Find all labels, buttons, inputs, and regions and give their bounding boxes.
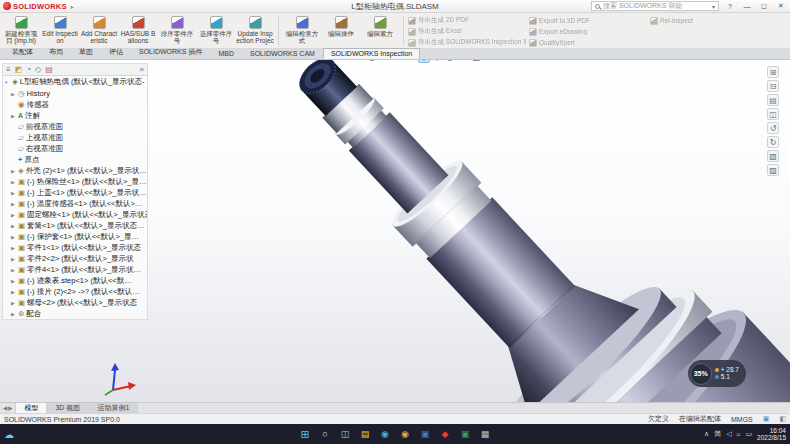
tree-item[interactable]: ▶ ▣ 零件4<1> (默认<<默认>_显示状… — [3, 264, 147, 275]
tab-scroll-buttons[interactable]: ◀ ▶ — [0, 403, 16, 413]
tree-item[interactable]: ▱ 上视基准面 — [3, 132, 147, 143]
expand-arrow-icon[interactable]: ▶ — [11, 278, 16, 284]
tree-item[interactable]: ▶ ◈ 外壳 (2)<1> (默认<<默认>_显示状… — [3, 165, 147, 176]
panel-tool-2-icon[interactable]: ⊟ — [767, 80, 779, 92]
selection-filter-icon[interactable]: ▣ — [763, 415, 770, 423]
dimxpert-tab-icon[interactable]: ◇ — [35, 66, 41, 74]
section-view-icon[interactable]: ◑ — [405, 60, 417, 63]
model-tab[interactable]: 运动算例1 — [89, 403, 138, 413]
ribbon-button[interactable]: 排序零件序号 — [158, 14, 196, 47]
edge-icon[interactable]: ◉ — [378, 427, 393, 442]
expand-arrow-icon[interactable]: ▶ — [11, 113, 16, 119]
displaymanager-tab-icon[interactable]: ▤ — [45, 66, 53, 74]
tree-item[interactable]: ▶ ▣ 固定螺栓<1> (默认<<默认>_显示状态 — [3, 209, 147, 220]
expand-tabs-icon[interactable]: » — [140, 66, 144, 74]
volume-icon[interactable]: ◁ — [726, 430, 731, 438]
expand-arrow-icon[interactable]: ▶ — [11, 223, 16, 229]
word-icon[interactable]: ▣ — [418, 427, 433, 442]
tree-item[interactable]: ▶ ▣ (-) 保护套<1> (默认<<默认>_显… — [3, 231, 147, 242]
commandmanager-tab[interactable]: MBD — [210, 48, 242, 59]
tree-item[interactable]: ▶ ▣ 套筒<1> (默认<<默认>_显示状态… — [3, 220, 147, 231]
task-view-icon[interactable]: ◫ — [338, 427, 353, 442]
battery-icon[interactable]: ▭ — [745, 430, 752, 438]
expand-arrow-icon[interactable]: ▶ — [11, 289, 16, 295]
zoom-fit-icon[interactable]: ◎ — [366, 60, 378, 63]
commandmanager-tab[interactable]: 评估 — [101, 45, 131, 59]
tree-item[interactable]: ▶ A 注解 — [3, 110, 147, 121]
ribbon-button[interactable]: 编辑操作 — [322, 14, 360, 47]
tree-item[interactable]: ▶ ▣ 零件2<2> (默认<<默认>_显示状 — [3, 253, 147, 264]
view-orientation-icon[interactable]: ◈ — [418, 60, 430, 63]
taskbar-clock[interactable]: 16:04 2022/8/15 — [757, 427, 786, 441]
network-icon[interactable]: ≈ — [737, 431, 741, 438]
tree-item[interactable]: ▶ ▣ (-) 接片 (2)<2> ->? (默认<<默认… — [3, 286, 147, 297]
browser-icon[interactable]: ◉ — [398, 427, 413, 442]
expand-arrow-icon[interactable]: ▾ — [5, 79, 10, 85]
edit-appearance-icon[interactable]: ● — [457, 60, 469, 63]
tree-item[interactable]: ▶ ▣ (-) 热保险丝<1> (默认<<默认>_显… — [3, 176, 147, 187]
panel-tool-7-icon[interactable]: ▧ — [767, 150, 779, 162]
tab-scroll-right-icon[interactable]: ▶ — [8, 405, 12, 411]
tree-item[interactable]: ▶ ⊚ 配合 — [3, 308, 147, 319]
ribbon-button[interactable]: Edit Inspection — [41, 14, 79, 47]
ribbon-button[interactable]: Add Characteristic — [80, 14, 118, 47]
expand-arrow-icon[interactable]: ▶ — [11, 300, 16, 306]
tray-overflow-chevron-icon[interactable]: ∧ — [704, 430, 709, 438]
start-icon[interactable]: ⊞ — [298, 427, 313, 442]
commandmanager-tab[interactable]: 装配体 — [4, 45, 41, 59]
search-icon[interactable]: ○ — [318, 427, 333, 442]
minimize-button[interactable]: — — [741, 3, 753, 10]
expand-arrow-icon[interactable]: ▶ — [11, 190, 16, 196]
app-gray-icon[interactable]: ▦ — [478, 427, 493, 442]
expand-arrow-icon[interactable]: ▶ — [11, 256, 16, 262]
search-dropdown-icon[interactable]: ▾ — [712, 3, 715, 10]
expand-arrow-icon[interactable]: ▶ — [11, 311, 16, 317]
input-language-indicator[interactable]: 简 — [714, 429, 721, 439]
expand-arrow-icon[interactable]: ▶ — [11, 212, 16, 218]
tree-item[interactable]: ▱ 右视基准面 — [3, 143, 147, 154]
propertymanager-tab-icon[interactable]: ◩ — [15, 66, 23, 74]
tree-item[interactable]: ▶ ▣ (-) 上盖<1> (默认<<默认>_显示状… — [3, 187, 147, 198]
ribbon-button[interactable]: Update Inspection Project — [236, 14, 274, 47]
expand-arrow-icon[interactable]: ▶ — [11, 91, 16, 97]
ribbon-button[interactable]: 新建检查项目 (imp.hl) — [2, 14, 40, 47]
model-tab[interactable]: 3D 视图 — [47, 403, 89, 413]
apply-scene-icon[interactable]: ▦ — [470, 60, 482, 63]
ribbon-button[interactable]: 编辑紧方 — [361, 14, 399, 47]
panel-tool-8-icon[interactable]: ▨ — [767, 164, 779, 176]
tree-item[interactable]: ▶ ▣ 螺母<2> (默认<<默认>_显示状态 — [3, 297, 147, 308]
excel-icon[interactable]: ▣ — [458, 427, 473, 442]
expand-arrow-icon[interactable]: ▶ — [11, 168, 16, 174]
file-explorer-icon[interactable]: ▤ — [358, 427, 373, 442]
menu-expand-arrow-icon[interactable]: ▸ — [71, 3, 74, 10]
tree-item[interactable]: ▶ ◷ History — [3, 88, 147, 99]
configurationmanager-tab-icon[interactable]: ◔ — [26, 66, 31, 74]
commandmanager-tab[interactable]: SOLIDWORKS Inspection — [323, 48, 420, 59]
expand-arrow-icon[interactable]: ▶ — [11, 201, 16, 207]
expand-arrow-icon[interactable]: ▶ — [11, 267, 16, 273]
panel-tool-1-icon[interactable]: ⊞ — [767, 66, 779, 78]
featuremanager-tab-icon[interactable]: ≡ — [6, 66, 11, 74]
help-search-input[interactable]: 搜索 SOLIDWORKS 帮助 ▾ — [591, 1, 719, 11]
view-settings-icon[interactable]: ▾ — [483, 60, 495, 63]
solidworks-icon[interactable]: ◆ — [438, 427, 453, 442]
zoom-area-icon[interactable]: ⊡ — [379, 60, 391, 63]
hide-show-items-icon[interactable]: ◉ — [444, 60, 456, 63]
tree-item[interactable]: ▶ ▣ (-) 温度传感器<1> (默认<<默认>… — [3, 198, 147, 209]
display-style-icon[interactable]: ◇ — [431, 60, 443, 63]
commandmanager-tab[interactable]: 布局 — [41, 45, 71, 59]
ribbon-button[interactable]: 编辑检查方式 — [283, 14, 321, 47]
tree-root-item[interactable]: ▾ ◈ L型柜轴热电偶 (默认<默认_显示状态-1) — [3, 76, 147, 88]
expand-arrow-icon[interactable]: ▶ — [11, 245, 16, 251]
panel-tool-5-icon[interactable]: ↺ — [767, 122, 779, 134]
solidworks-logo[interactable]: SOLIDWORKS ▸ — [3, 2, 74, 11]
help-button[interactable]: ? — [724, 3, 736, 10]
previous-view-icon[interactable]: ↺ — [392, 60, 404, 63]
model-tab[interactable]: 模型 — [16, 403, 47, 413]
tree-item[interactable]: ▱ 前视基准面 — [3, 121, 147, 132]
expand-arrow-icon[interactable]: ▶ — [11, 234, 16, 240]
widgets-button[interactable]: ☁ — [4, 429, 14, 440]
tree-item[interactable]: ▶ ▣ (-) 迹象表.step<1> (默认<<默… — [3, 275, 147, 286]
panel-tool-3-icon[interactable]: ▤ — [767, 94, 779, 106]
graphics-viewport[interactable]: ◎⊡↺◑◈◇◉●▦▾ ⊞⊟▤◫↺↻▧▨ ≡◩◔◇▤» ▾ ◈ L型柜轴热电偶 (… — [0, 60, 790, 402]
